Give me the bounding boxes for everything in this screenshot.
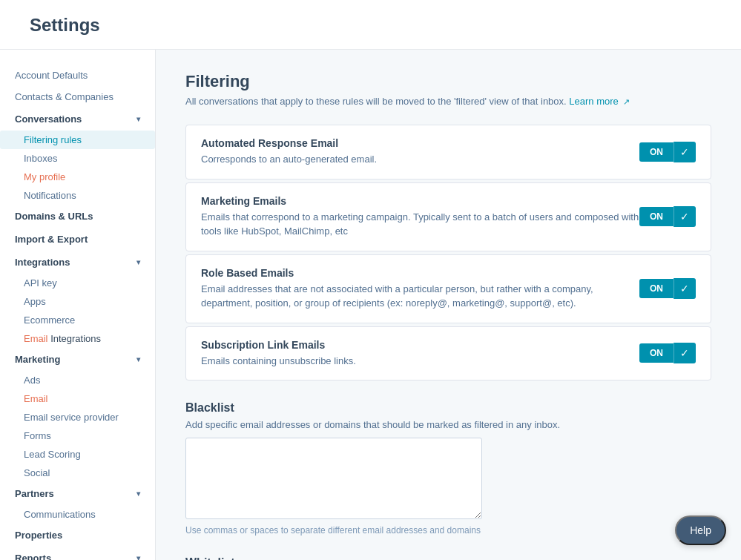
sidebar-section-properties[interactable]: Properties bbox=[0, 524, 155, 547]
toggle-subscription-link-emails: ON ✓ bbox=[639, 343, 696, 363]
blacklist-title: Blacklist bbox=[185, 401, 711, 415]
blacklist-helper: Use commas or spaces to separate differe… bbox=[185, 525, 711, 536]
filter-card-info: Role Based Emails Email addresses that a… bbox=[201, 267, 639, 311]
whitelist-title: Whitelist bbox=[185, 556, 711, 560]
toggle-automated-response: ON ✓ bbox=[639, 142, 696, 162]
sidebar-item-notifications[interactable]: Notifications bbox=[0, 186, 155, 205]
sidebar-item-ecommerce[interactable]: Ecommerce bbox=[0, 311, 155, 329]
sidebar-item-api-key[interactable]: API key bbox=[0, 274, 155, 292]
filter-card-desc: Corresponds to an auto-generated email. bbox=[201, 152, 639, 167]
filter-card-automated-response: Automated Response Email Corresponds to … bbox=[185, 125, 711, 179]
sidebar-section-marketing[interactable]: Marketing ▾ bbox=[0, 348, 155, 371]
filter-cards-container: Automated Response Email Corresponds to … bbox=[185, 125, 711, 381]
sidebar-item-contacts-companies[interactable]: Contacts & Companies bbox=[0, 86, 155, 108]
sidebar-item-email[interactable]: Email bbox=[0, 389, 155, 408]
sidebar-item-filtering-rules[interactable]: Filtering rules bbox=[0, 131, 155, 149]
page-subtitle: All conversations that apply to these ru… bbox=[185, 96, 711, 107]
filter-card-info: Automated Response Email Corresponds to … bbox=[201, 137, 639, 167]
filter-card-title: Automated Response Email bbox=[201, 137, 639, 149]
sidebar-item-email-service-provider[interactable]: Email service provider bbox=[0, 408, 155, 426]
filter-card-title: Marketing Emails bbox=[201, 195, 639, 207]
sidebar-section-reports[interactable]: Reports ▾ bbox=[0, 547, 155, 560]
sidebar-section-partners[interactable]: Partners ▾ bbox=[0, 482, 155, 505]
header: Settings bbox=[0, 0, 741, 50]
whitelist-section: Whitelist Add specific email addresses o… bbox=[185, 556, 711, 560]
sidebar-item-ads[interactable]: Ads bbox=[0, 371, 155, 389]
blacklist-textarea[interactable] bbox=[185, 438, 482, 519]
chevron-down-icon: ▾ bbox=[136, 115, 140, 123]
filter-card-marketing-emails: Marketing Emails Emails that correspond … bbox=[185, 182, 711, 251]
filter-card-desc: Emails that correspond to a marketing ca… bbox=[201, 210, 639, 239]
sidebar-item-lead-scoring[interactable]: Lead Scoring bbox=[0, 445, 155, 464]
sidebar-section-domains-urls[interactable]: Domains & URLs bbox=[0, 205, 155, 228]
main-content: Filtering All conversations that apply t… bbox=[156, 50, 741, 560]
sidebar-item-email-integrations[interactable]: Email Integrations bbox=[0, 329, 155, 348]
toggle-on-button[interactable]: ON bbox=[639, 207, 674, 226]
blacklist-section: Blacklist Add specific email addresses o… bbox=[185, 401, 711, 536]
toggle-on-button[interactable]: ON bbox=[639, 142, 674, 162]
chevron-down-icon: ▾ bbox=[136, 554, 140, 560]
filter-card-subscription-link-emails: Subscription Link Emails Emails containi… bbox=[185, 326, 711, 381]
toggle-check-button[interactable]: ✓ bbox=[674, 142, 696, 162]
chevron-down-icon: ▾ bbox=[136, 355, 140, 363]
filter-card-role-based-emails: Role Based Emails Email addresses that a… bbox=[185, 254, 711, 323]
filter-card-title: Role Based Emails bbox=[201, 267, 639, 279]
filter-card-info: Subscription Link Emails Emails containi… bbox=[201, 339, 639, 369]
toggle-check-button[interactable]: ✓ bbox=[674, 206, 696, 227]
filter-card-desc: Email addresses that are not associated … bbox=[201, 282, 639, 311]
help-button[interactable]: Help bbox=[675, 515, 726, 545]
sidebar-item-communications[interactable]: Communications bbox=[0, 505, 155, 524]
filter-card-desc: Emails containing unsubscribe links. bbox=[201, 354, 639, 369]
toggle-marketing-emails: ON ✓ bbox=[639, 206, 696, 227]
filter-card-title: Subscription Link Emails bbox=[201, 339, 639, 351]
chevron-down-icon: ▾ bbox=[136, 490, 140, 498]
sidebar-item-apps[interactable]: Apps bbox=[0, 292, 155, 311]
sidebar-item-account-defaults[interactable]: Account Defaults bbox=[0, 65, 155, 86]
toggle-on-button[interactable]: ON bbox=[639, 279, 674, 298]
external-link-icon: ↗ bbox=[623, 97, 630, 106]
filter-card-info: Marketing Emails Emails that correspond … bbox=[201, 195, 639, 239]
sidebar-section-conversations[interactable]: Conversations ▾ bbox=[0, 108, 155, 131]
layout: Account Defaults Contacts & Companies Co… bbox=[0, 50, 741, 560]
toggle-check-button[interactable]: ✓ bbox=[674, 278, 696, 299]
sidebar-section-import-export[interactable]: Import & Export bbox=[0, 228, 155, 251]
sidebar-item-inboxes[interactable]: Inboxes bbox=[0, 149, 155, 168]
sidebar-section-integrations[interactable]: Integrations ▾ bbox=[0, 251, 155, 274]
sidebar-item-social[interactable]: Social bbox=[0, 464, 155, 482]
toggle-on-button[interactable]: ON bbox=[639, 343, 674, 363]
blacklist-desc: Add specific email addresses or domains … bbox=[185, 419, 711, 430]
sidebar: Account Defaults Contacts & Companies Co… bbox=[0, 50, 156, 560]
sidebar-item-my-profile[interactable]: My profile bbox=[0, 168, 155, 186]
sidebar-item-forms[interactable]: Forms bbox=[0, 426, 155, 445]
toggle-role-based-emails: ON ✓ bbox=[639, 278, 696, 299]
page-title: Filtering bbox=[185, 72, 711, 91]
chevron-down-icon: ▾ bbox=[136, 258, 140, 266]
toggle-check-button[interactable]: ✓ bbox=[674, 343, 696, 363]
learn-more-link[interactable]: Learn more ↗ bbox=[569, 96, 630, 107]
page-header-title: Settings bbox=[30, 15, 711, 36]
